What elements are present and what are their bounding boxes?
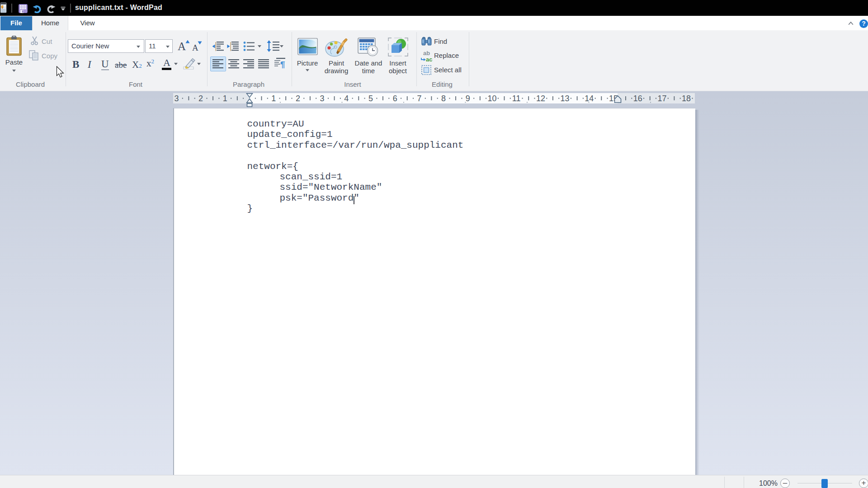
svg-text:1: 1: [271, 94, 276, 103]
svg-text:9: 9: [466, 94, 470, 103]
svg-text:3: 3: [320, 94, 325, 103]
svg-text:2: 2: [296, 94, 300, 103]
svg-text:8: 8: [441, 94, 446, 103]
svg-text:14: 14: [585, 94, 594, 103]
svg-text:13: 13: [561, 94, 570, 103]
svg-text:2: 2: [198, 94, 203, 103]
svg-text:4: 4: [344, 94, 349, 103]
svg-text:12: 12: [536, 94, 545, 103]
svg-text:18: 18: [682, 94, 691, 103]
svg-text:7: 7: [417, 94, 421, 103]
svg-text:ac: ac: [426, 56, 432, 62]
svg-text:3: 3: [174, 94, 179, 103]
svg-text:ab: ab: [423, 50, 430, 56]
svg-text:16: 16: [633, 94, 642, 103]
svg-text:17: 17: [657, 94, 666, 103]
svg-text:10: 10: [487, 94, 496, 103]
svg-text:6: 6: [393, 94, 397, 103]
svg-text:5: 5: [368, 94, 373, 103]
svg-text:11: 11: [512, 94, 521, 103]
svg-text:1: 1: [223, 94, 227, 103]
svg-text:¶: ¶: [280, 60, 285, 69]
